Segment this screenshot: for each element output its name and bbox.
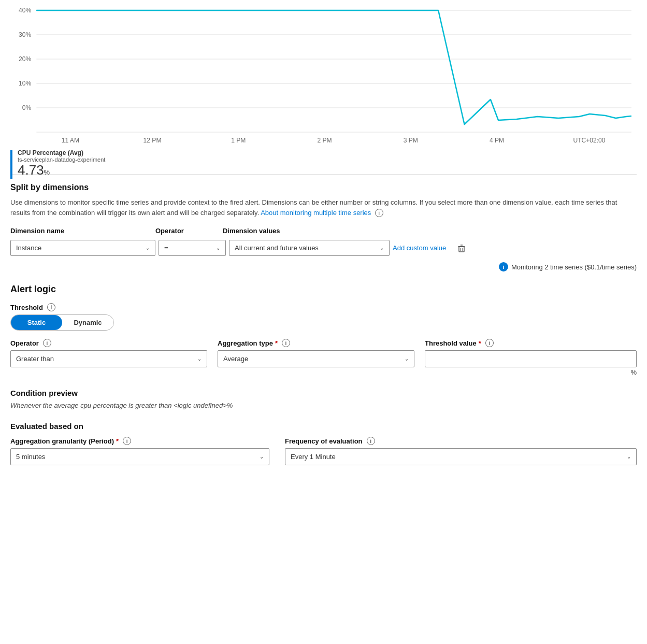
- aggregation-info-icon[interactable]: i: [282, 339, 290, 347]
- dimension-actions: Add custom value: [393, 241, 637, 255]
- condition-preview-section: Condition preview Whenever the average c…: [10, 389, 637, 409]
- svg-text:1 PM: 1 PM: [231, 137, 246, 144]
- frequency-info-icon[interactable]: i: [367, 437, 375, 445]
- operator-select[interactable]: Greater than ⌄: [10, 350, 207, 367]
- monitoring-multiple-link[interactable]: About monitoring multiple time series: [261, 209, 371, 217]
- svg-text:2 PM: 2 PM: [317, 137, 332, 144]
- split-by-dimensions-section: Split by dimensions Use dimensions to mo…: [10, 183, 637, 271]
- add-custom-value-button[interactable]: Add custom value: [393, 242, 446, 254]
- frequency-select[interactable]: Every 1 Minute ⌄: [285, 448, 637, 465]
- dimension-table-header: Dimension name Operator Dimension values: [10, 224, 637, 238]
- condition-preview-title: Condition preview: [10, 389, 637, 397]
- threshold-val-info-icon[interactable]: i: [485, 339, 494, 347]
- dimension-name-select[interactable]: Instance ⌄: [10, 240, 155, 256]
- aggregation-required-star: *: [275, 339, 278, 347]
- svg-text:12 PM: 12 PM: [143, 137, 162, 144]
- static-toggle-button[interactable]: Static: [11, 315, 62, 330]
- dim-header-name: Dimension name: [10, 227, 155, 235]
- alert-logic-title: Alert logic: [10, 284, 637, 295]
- threshold-toggle-group: Static Dynamic: [10, 314, 114, 331]
- threshold-label: Threshold i: [10, 303, 637, 311]
- dimension-operator-chevron: ⌄: [216, 245, 220, 251]
- frequency-field: Frequency of evaluation i Every 1 Minute…: [285, 437, 637, 465]
- legend-title: CPU Percentage (Avg): [18, 149, 105, 156]
- dimension-values-chevron: ⌄: [380, 245, 384, 251]
- legend-color-bar: [10, 150, 12, 179]
- svg-text:20%: 20%: [19, 55, 31, 63]
- dimension-values-select[interactable]: All current and future values ⌄: [229, 240, 390, 256]
- threshold-unit-hint: %: [425, 368, 637, 376]
- svg-text:4 PM: 4 PM: [490, 137, 504, 144]
- granularity-chevron: ⌄: [260, 454, 264, 460]
- operator-info-icon[interactable]: i: [43, 339, 51, 347]
- svg-text:3 PM: 3 PM: [404, 137, 418, 144]
- split-dimensions-title: Split by dimensions: [10, 183, 637, 192]
- threshold-value-input[interactable]: [425, 350, 637, 367]
- svg-text:0%: 0%: [22, 104, 32, 111]
- threshold-info-icon[interactable]: i: [47, 303, 55, 311]
- threshold-required-star: *: [479, 339, 481, 347]
- svg-rect-19: [459, 247, 464, 252]
- granularity-info-icon[interactable]: i: [123, 437, 131, 445]
- granularity-required-star: *: [116, 437, 119, 445]
- operator-chevron: ⌄: [197, 356, 202, 362]
- legend-value: 4.73%: [18, 163, 105, 178]
- main-container: 40% 30% 20% 10% 0% 11 AM 12 PM 1 PM 2 PM…: [0, 0, 647, 493]
- dynamic-toggle-button[interactable]: Dynamic: [62, 315, 113, 330]
- monitoring-info-text: Monitoring 2 time series ($0.1/time seri…: [511, 263, 637, 271]
- condition-preview-text: Whenever the average cpu percentage is g…: [10, 402, 637, 409]
- dim-header-operator: Operator: [155, 227, 223, 235]
- dimension-row: Instance ⌄ = ⌄ All current and future va…: [10, 238, 637, 258]
- svg-text:40%: 40%: [19, 7, 31, 14]
- threshold-value-field: Threshold value * i %: [425, 339, 637, 376]
- svg-text:10%: 10%: [19, 80, 31, 87]
- monitoring-link-info-icon[interactable]: i: [375, 209, 383, 217]
- chart-area: 40% 30% 20% 10% 0% 11 AM 12 PM 1 PM 2 PM…: [10, 5, 637, 166]
- alert-logic-form-row: Operator i Greater than ⌄ Aggregation ty…: [10, 339, 637, 376]
- aggregation-type-field: Aggregation type * i Average ⌄: [218, 339, 414, 367]
- frequency-chevron: ⌄: [627, 454, 631, 460]
- chart-legend: CPU Percentage (Avg) ts-serviceplan-data…: [10, 149, 637, 179]
- split-dimensions-desc: Use dimensions to monitor specific time …: [10, 197, 637, 218]
- dimension-operator-select[interactable]: = ⌄: [159, 240, 226, 256]
- dim-header-values: Dimension values: [223, 227, 383, 235]
- aggregation-type-select[interactable]: Average ⌄: [218, 350, 414, 367]
- chart-svg: 40% 30% 20% 10% 0% 11 AM 12 PM 1 PM 2 PM…: [10, 5, 637, 145]
- operator-field: Operator i Greater than ⌄: [10, 339, 207, 367]
- aggregation-granularity-field: Aggregation granularity (Period) * i 5 m…: [10, 437, 269, 465]
- monitoring-info-banner: i Monitoring 2 time series ($0.1/time se…: [10, 262, 637, 271]
- evaluated-based-on-section: Evaluated based on Aggregation granulari…: [10, 422, 637, 465]
- evaluated-form-row: Aggregation granularity (Period) * i 5 m…: [10, 437, 637, 465]
- svg-text:11 AM: 11 AM: [62, 137, 79, 144]
- trash-icon: [456, 243, 467, 253]
- evaluated-title: Evaluated based on: [10, 422, 637, 431]
- legend-text: CPU Percentage (Avg) ts-serviceplan-data…: [18, 149, 105, 178]
- alert-logic-section: Alert logic Threshold i Static Dynamic O…: [10, 284, 637, 376]
- svg-text:UTC+02:00: UTC+02:00: [573, 137, 605, 144]
- svg-text:30%: 30%: [19, 31, 31, 38]
- delete-dimension-button[interactable]: [454, 241, 469, 255]
- dimension-name-chevron: ⌄: [146, 245, 150, 251]
- aggregation-chevron: ⌄: [405, 356, 409, 362]
- monitoring-info-icon: i: [499, 262, 508, 271]
- aggregation-granularity-select[interactable]: 5 minutes ⌄: [10, 448, 269, 465]
